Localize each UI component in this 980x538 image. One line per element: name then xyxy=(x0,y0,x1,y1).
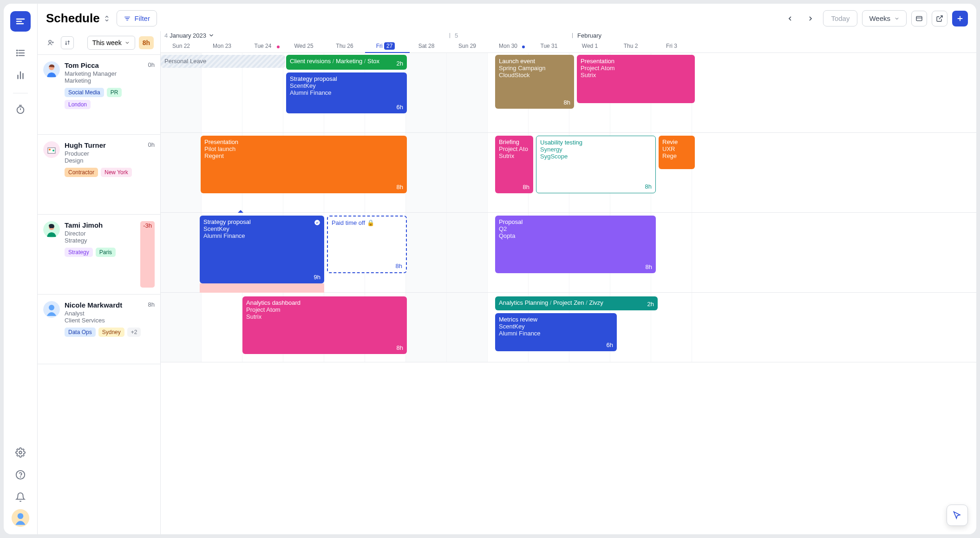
person-row[interactable]: Tom PiccaMarketing ManagerMarketingSocia… xyxy=(38,55,160,135)
person-dept: Client Services xyxy=(65,317,144,324)
schedule-block[interactable]: Analytics dashboardProject AtomSutrix8h xyxy=(242,296,407,354)
tag[interactable]: Contractor xyxy=(65,168,98,177)
svg-rect-23 xyxy=(916,16,922,20)
nav-timer-icon[interactable] xyxy=(10,99,31,119)
schedule-block[interactable]: Strategy proposalScentKeyAlumni Finance6… xyxy=(286,72,407,113)
day-header[interactable]: Fri 3 xyxy=(651,43,692,49)
schedule-block[interactable]: PresentationProject AtomSutrix xyxy=(577,55,695,103)
tag[interactable]: Sydney xyxy=(98,328,124,337)
weeks-label: Weeks xyxy=(869,14,890,22)
tag[interactable]: PR xyxy=(107,88,122,97)
share-button[interactable] xyxy=(932,11,947,26)
day-header[interactable]: Sat 28 xyxy=(406,43,447,49)
schedule-block[interactable]: Strategy proposalScentKeyAlumni Finance9… xyxy=(200,216,324,283)
schedule-block[interactable]: ProposalQ2Qopta8h xyxy=(495,216,656,273)
tag[interactable]: Social Media xyxy=(65,88,104,97)
user-avatar[interactable] xyxy=(12,509,29,527)
topbar: Schedule Filter Today Weeks xyxy=(38,4,976,31)
person-dept: Marketing xyxy=(65,77,144,84)
svg-point-7 xyxy=(17,52,18,53)
chevron-sort-icon[interactable] xyxy=(103,14,111,23)
day-header[interactable]: Fri 27 xyxy=(365,43,406,49)
svg-point-35 xyxy=(49,149,51,151)
day-header[interactable]: Thu 26 xyxy=(324,43,365,49)
svg-line-25 xyxy=(939,16,942,19)
day-header[interactable]: Wed 25 xyxy=(283,43,324,49)
day-header[interactable]: Tue 24 xyxy=(242,43,283,49)
timeline-row: PresentationPilot launchRegent8hBriefing… xyxy=(161,133,976,213)
person-role: Producer xyxy=(65,150,144,157)
sort-icon[interactable] xyxy=(61,36,74,49)
svg-point-41 xyxy=(314,220,320,225)
avatar xyxy=(43,221,60,238)
today-button[interactable]: Today xyxy=(823,10,857,26)
nav-notifications-icon[interactable] xyxy=(10,487,31,507)
person-hours: -3h xyxy=(140,221,155,288)
person-row[interactable]: Tami JimohDirectorStrategyStrategyParis-… xyxy=(38,215,160,295)
day-header[interactable]: Sun 22 xyxy=(161,43,202,49)
person-name: Hugh Turner xyxy=(65,141,144,149)
milestone-dot xyxy=(522,46,525,48)
week-label: This week xyxy=(92,39,122,46)
schedule-block[interactable]: Analytics Planning / Project Zen / Zivzy… xyxy=(495,296,658,310)
tag[interactable]: London xyxy=(65,100,91,109)
timeline-row: Personal LeaveClient revisions / Marketi… xyxy=(161,53,976,133)
nav-reports-icon[interactable] xyxy=(10,65,31,85)
check-icon xyxy=(314,219,320,226)
nav-settings-icon[interactable] xyxy=(10,442,31,463)
person-role: Director xyxy=(65,230,136,237)
page-title-text: Schedule xyxy=(46,11,100,26)
milestone-dot xyxy=(277,46,280,48)
schedule-block[interactable]: Personal Leave xyxy=(161,55,285,68)
svg-point-36 xyxy=(52,150,54,151)
person-name: Tami Jimoh xyxy=(65,221,136,229)
nav-list-icon[interactable] xyxy=(10,43,31,63)
person-name: Tom Picca xyxy=(65,61,144,69)
day-header[interactable]: Tue 31 xyxy=(529,43,569,49)
day-header[interactable]: Sun 29 xyxy=(447,43,488,49)
schedule-block[interactable]: Client revisions / Marketing / Stox2h xyxy=(286,55,407,70)
add-person-icon[interactable] xyxy=(44,36,57,49)
person-row[interactable]: Nicole MarkwardtAnalystClient ServicesDa… xyxy=(38,295,160,364)
tag[interactable]: Strategy xyxy=(65,248,93,257)
chevron-down-icon xyxy=(124,40,130,46)
schedule-block[interactable]: PresentationPilot launchRegent8h xyxy=(201,136,407,193)
svg-point-12 xyxy=(17,107,24,114)
avatar xyxy=(43,61,60,78)
nav-rail xyxy=(4,4,37,534)
day-header[interactable]: Mon 23 xyxy=(202,43,242,49)
nav-help-icon[interactable] xyxy=(10,465,31,485)
filter-button[interactable]: Filter xyxy=(117,10,157,26)
add-button[interactable] xyxy=(952,11,968,26)
tag[interactable]: +2 xyxy=(127,328,141,337)
schedule-block[interactable]: BriefingProject AtoSutrix8h xyxy=(495,136,533,193)
tag[interactable]: Paris xyxy=(96,248,116,257)
schedule-block[interactable]: RevieUXRRege xyxy=(659,136,695,169)
prev-button[interactable] xyxy=(782,11,798,26)
timeline: 4 January 2023 5 February S xyxy=(161,31,976,534)
person-hours: 8h xyxy=(148,301,155,357)
schedule-block[interactable]: Metrics reviewScentKeyAlumni Finance6h xyxy=(495,313,617,351)
person-row[interactable]: Hugh TurnerProducerDesignContractorNew Y… xyxy=(38,135,160,215)
people-sidebar: This week 8h Tom PiccaMarketing ManagerM… xyxy=(38,31,161,534)
schedule-block[interactable]: Paid time off🔒8h xyxy=(327,216,407,273)
day-header[interactable]: Wed 1 xyxy=(569,43,610,49)
lock-icon: 🔒 xyxy=(367,219,374,226)
tag[interactable]: Data Ops xyxy=(65,328,96,337)
next-button[interactable] xyxy=(803,11,818,26)
schedule-block[interactable]: Launch eventSpring CampaignCloudStock8h xyxy=(495,55,574,109)
schedule-block[interactable]: Usability testingSynergySygScope8h xyxy=(536,136,656,193)
person-hours: 0h xyxy=(148,61,155,128)
cursor-mode-button[interactable] xyxy=(947,505,968,526)
week-selector[interactable]: This week xyxy=(87,36,135,50)
logo[interactable] xyxy=(10,11,31,32)
person-role: Analyst xyxy=(65,310,144,317)
weeks-selector[interactable]: Weeks xyxy=(862,10,907,26)
overcapacity-bar xyxy=(200,283,324,293)
chevron-down-icon[interactable] xyxy=(208,32,215,39)
day-header[interactable]: Thu 2 xyxy=(610,43,651,49)
layout-button[interactable] xyxy=(911,11,927,26)
day-header[interactable]: Mon 30 xyxy=(488,43,529,49)
tag[interactable]: New York xyxy=(101,168,132,177)
svg-point-15 xyxy=(19,451,22,454)
